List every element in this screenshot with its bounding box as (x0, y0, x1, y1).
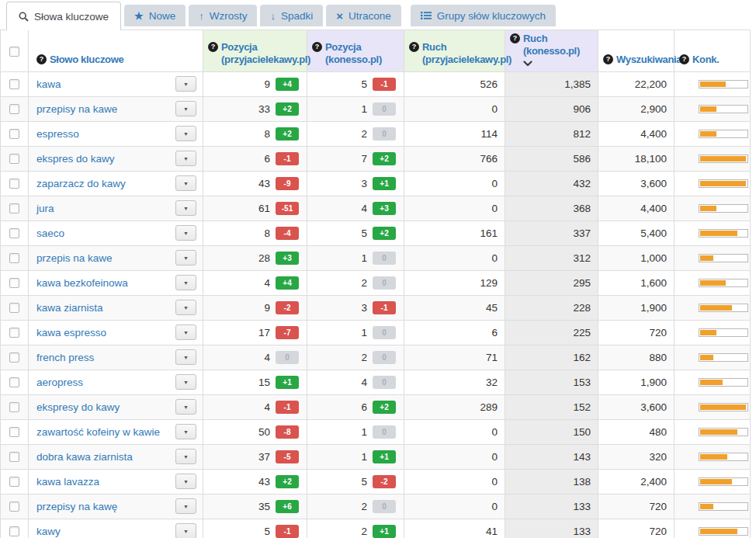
row-checkbox[interactable] (9, 352, 19, 363)
keyword-link[interactable]: kawa lavazza (36, 476, 99, 488)
row-checkbox[interactable] (9, 179, 19, 189)
keyword-dropdown-button[interactable]: ▼ (175, 76, 196, 92)
row-checkbox[interactable] (9, 79, 19, 89)
caret-down-icon: ▼ (183, 454, 189, 460)
row-checkbox[interactable] (9, 377, 19, 387)
position-site1-value: 61 (258, 203, 270, 214)
tab-label: Nowe (149, 10, 176, 22)
keyword-link[interactable]: ekspresy do kawy (36, 401, 120, 413)
traffic-site2-value: 152 (505, 394, 598, 419)
keyword-link[interactable]: french press (36, 352, 94, 363)
keyword-dropdown-button[interactable]: ▼ (175, 300, 196, 315)
traffic-site1-value: 0 (404, 444, 505, 469)
position-change-badge: 0 (276, 351, 299, 364)
column-header-traffic-site2[interactable]: ?Ruch (konesso.pl) (505, 30, 598, 72)
keyword-link[interactable]: jura (36, 203, 54, 214)
select-all-checkbox[interactable] (9, 47, 19, 57)
row-checkbox[interactable] (9, 502, 19, 512)
traffic-site2-value: 225 (505, 320, 598, 345)
row-checkbox[interactable] (9, 427, 19, 437)
row-checkbox[interactable] (9, 328, 19, 338)
keyword-dropdown-button[interactable]: ▼ (175, 101, 196, 116)
keyword-link[interactable]: kawy (36, 526, 61, 537)
traffic-site2-value: 337 (505, 220, 598, 245)
keyword-link[interactable]: zawartość kofeiny w kawie (36, 426, 160, 438)
position-change-badge: 0 (373, 252, 396, 265)
keyword-link[interactable]: saeco (36, 227, 64, 239)
keyword-link[interactable]: dobra kawa ziarnista (36, 451, 133, 463)
keyword-link[interactable]: aeropress (36, 377, 83, 388)
keyword-link[interactable]: kawa ziarnista (36, 302, 103, 314)
tab-nowe[interactable]: ★ Nowe (124, 5, 186, 26)
column-header-keyword[interactable]: ?Słowo kluczowe (29, 30, 203, 72)
position-site1-value: 4 (264, 352, 270, 363)
row-checkbox[interactable] (9, 402, 19, 412)
tab-slowa-kluczowe[interactable]: Słowa kluczowe (6, 2, 121, 30)
table-row: ekspres do kawy▼6-17+276658618,100 (1, 146, 751, 171)
star-icon: ★ (134, 11, 144, 21)
keyword-dropdown-button[interactable]: ▼ (175, 498, 196, 514)
keyword-link[interactable]: zaparzacz do kawy (36, 178, 126, 189)
row-checkbox[interactable] (9, 203, 19, 213)
keyword-dropdown-button[interactable]: ▼ (175, 349, 196, 365)
tab-spadki[interactable]: ↓ Spadki (260, 5, 323, 26)
keyword-dropdown-button[interactable]: ▼ (175, 200, 196, 216)
table-row: jura▼61-514+303684,400 (1, 196, 751, 220)
keyword-link[interactable]: kawa (36, 78, 61, 90)
row-checkbox[interactable] (9, 477, 19, 487)
keyword-link[interactable]: kawa bezkofeinowa (36, 277, 128, 289)
position-site2-value: 5 (361, 227, 367, 239)
keyword-dropdown-button[interactable]: ▼ (175, 325, 196, 340)
table-row: przepisy na kawe▼33+21009062,900 (1, 96, 751, 121)
position-site2-value: 2 (361, 128, 367, 140)
column-header-position-site1[interactable]: ?Pozycja (przyjacielekawy.pl) (203, 30, 307, 72)
keyword-dropdown-button[interactable]: ▼ (175, 175, 196, 191)
row-checkbox[interactable] (9, 278, 19, 288)
keyword-dropdown-button[interactable]: ▼ (175, 424, 196, 439)
tab-wzrosty[interactable]: ↑ Wzrosty (189, 5, 257, 26)
caret-down-icon: ▼ (183, 504, 189, 509)
keyword-link[interactable]: kawa espresso (36, 327, 106, 338)
column-header-searches[interactable]: ?Wyszukiwania (598, 30, 675, 72)
row-checkbox[interactable] (9, 452, 19, 462)
keyword-dropdown-button[interactable]: ▼ (175, 151, 196, 166)
traffic-site2-value: 432 (505, 171, 598, 196)
row-checkbox[interactable] (9, 526, 19, 536)
keyword-link[interactable]: przepisy na kawę (36, 501, 117, 512)
keyword-dropdown-button[interactable]: ▼ (175, 449, 196, 464)
keyword-link[interactable]: espresso (36, 128, 79, 140)
column-header-competition[interactable]: ?Konk. (675, 30, 751, 72)
row-checkbox[interactable] (9, 228, 19, 238)
tab-label: Grupy słów kluczowych (437, 10, 546, 22)
select-all-cell (1, 30, 29, 72)
tab-grupy-slow-kluczowych[interactable]: Grupy słów kluczowych (411, 5, 556, 26)
keyword-link[interactable]: ekspres do kawy (36, 153, 115, 165)
row-checkbox[interactable] (9, 154, 19, 164)
keyword-dropdown-button[interactable]: ▼ (175, 523, 196, 538)
column-header-traffic-site1[interactable]: ?Ruch (przyjacielekawy.pl) (404, 30, 505, 72)
position-change-badge: +2 (373, 227, 396, 240)
traffic-site2-value: 368 (505, 196, 598, 220)
row-checkbox[interactable] (9, 129, 19, 139)
keyword-dropdown-button[interactable]: ▼ (175, 374, 196, 390)
keyword-dropdown-button[interactable]: ▼ (175, 250, 196, 266)
position-change-badge: -1 (276, 525, 299, 538)
searches-value: 480 (598, 419, 675, 444)
keyword-link[interactable]: przepisy na kawe (36, 103, 117, 115)
row-checkbox[interactable] (9, 303, 19, 313)
tab-utracone[interactable]: × Utracone (326, 5, 401, 26)
keyword-dropdown-button[interactable]: ▼ (175, 474, 196, 489)
row-checkbox[interactable] (9, 253, 19, 263)
keyword-dropdown-button[interactable]: ▼ (175, 225, 196, 241)
times-icon: × (336, 10, 343, 22)
column-header-position-site2[interactable]: ?Pozycja (konesso.pl) (307, 30, 404, 72)
keyword-link[interactable]: przepis na kawe (36, 252, 113, 264)
row-checkbox[interactable] (9, 104, 19, 114)
keyword-dropdown-button[interactable]: ▼ (175, 275, 196, 290)
caret-down-icon: ▼ (183, 330, 189, 335)
position-site2-value: 2 (361, 526, 367, 537)
keyword-dropdown-button[interactable]: ▼ (175, 126, 196, 141)
traffic-site2-value: 162 (505, 345, 598, 370)
keyword-dropdown-button[interactable]: ▼ (175, 399, 196, 415)
table-row: kawa ziarnista▼9-23-1452281,900 (1, 295, 751, 320)
